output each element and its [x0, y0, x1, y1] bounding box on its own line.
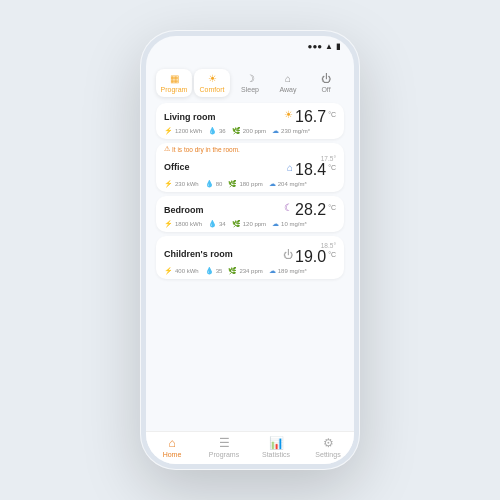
stat-icon: 🌿: [228, 180, 237, 188]
tab-sleep-label: Sleep: [241, 86, 259, 93]
tab-away[interactable]: ⌂ Away: [270, 69, 306, 97]
phone-screen: ●●● ▲ ▮ ▦ Program: [146, 36, 354, 464]
temp-unit: °C: [328, 204, 336, 211]
stat-value: 1800 kWh: [175, 221, 202, 227]
status-icons: ●●● ▲ ▮: [308, 42, 340, 51]
room-temp: ⌂ 18.4 °C: [287, 162, 336, 178]
stat-icon: 💧: [205, 180, 214, 188]
room-stat: 🌿 180 ppm: [228, 180, 262, 188]
stat-icon: ☁: [269, 180, 276, 188]
temp-unit: °C: [328, 111, 336, 118]
nav-item-statistics[interactable]: 📊 Statistics: [250, 436, 302, 458]
room-stats: ⚡ 400 kWh 💧 35 🌿 234 ppm ☁ 189 mg/m³: [164, 267, 336, 275]
room-stat: 🌿 234 ppm: [228, 267, 262, 275]
tab-off[interactable]: ⏻ Off: [308, 69, 344, 97]
room-card-children's-room[interactable]: Children's room 18.5° ⏻ 19.0 °C ⚡ 400 kW…: [156, 236, 344, 279]
battery-icon: ▮: [336, 42, 340, 51]
room-alert: ⚠ It is too dry in the room.: [164, 145, 336, 155]
tab-comfort-label: Comfort: [200, 86, 225, 93]
stat-icon: 💧: [208, 127, 217, 135]
temp-mode-icon: ⏻: [283, 249, 293, 260]
stat-value: 200 ppm: [243, 128, 266, 134]
room-stat: ⚡ 1200 kWh: [164, 127, 202, 135]
statistics-nav-icon: 📊: [269, 436, 284, 450]
room-stat: ☁ 204 mg/m³: [269, 180, 307, 188]
alert-icon: ⚠: [164, 145, 170, 153]
temp-mode-icon: ⌂: [287, 162, 293, 173]
stat-value: 1200 kWh: [175, 128, 202, 134]
room-temp: ⏻ 19.0 °C: [283, 249, 336, 265]
tab-away-label: Away: [280, 86, 297, 93]
room-name: Living room: [164, 112, 216, 122]
stat-value: 400 kWh: [175, 268, 199, 274]
phone-frame: ●●● ▲ ▮ ▦ Program: [140, 30, 360, 470]
room-temp: ☀ 16.7 °C: [284, 109, 336, 125]
stat-icon: ⚡: [164, 180, 173, 188]
mode-tabs: ▦ Program ☀ Comfort ☽ Sleep ⌂ Away ⏻ Off: [146, 67, 354, 101]
room-stats: ⚡ 1200 kWh 💧 36 🌿 200 ppm ☁ 230 mg/m³: [164, 127, 336, 135]
tab-sleep[interactable]: ☽ Sleep: [232, 69, 268, 97]
room-card-office[interactable]: ⚠ It is too dry in the room. Office 17.5…: [156, 143, 344, 192]
temp-unit: °C: [328, 251, 336, 258]
room-stat: ☁ 10 mg/m³: [272, 220, 306, 228]
nav-item-home[interactable]: ⌂ Home: [146, 436, 198, 458]
stat-icon: ⚡: [164, 267, 173, 275]
room-stat: ⚡ 1800 kWh: [164, 220, 202, 228]
stat-icon: ☁: [269, 267, 276, 275]
stat-value: 234 ppm: [239, 268, 262, 274]
programs-nav-icon: ☰: [219, 436, 230, 450]
sleep-icon: ☽: [246, 73, 255, 84]
stat-icon: 🌿: [228, 267, 237, 275]
room-stat: ☁ 230 mg/m³: [272, 127, 310, 135]
tab-comfort[interactable]: ☀ Comfort: [194, 69, 230, 97]
wifi-icon: ▲: [325, 42, 333, 51]
home-nav-icon: ⌂: [168, 436, 175, 450]
stat-value: 34: [219, 221, 226, 227]
temp-value: 19.0: [295, 249, 326, 265]
stat-icon: ⚡: [164, 127, 173, 135]
room-name: Children's room: [164, 249, 233, 259]
stat-value: 204 mg/m³: [278, 181, 307, 187]
off-icon: ⏻: [321, 73, 331, 84]
nav-item-programs[interactable]: ☰ Programs: [198, 436, 250, 458]
stat-value: 120 ppm: [243, 221, 266, 227]
stat-value: 36: [219, 128, 226, 134]
room-name: Office: [164, 162, 190, 172]
room-temp: ☾ 28.2 °C: [284, 202, 336, 218]
stat-icon: 🌿: [232, 127, 241, 135]
stat-icon: ⚡: [164, 220, 173, 228]
room-stat: ⚡ 400 kWh: [164, 267, 199, 275]
stat-icon: ☁: [272, 220, 279, 228]
room-stats: ⚡ 230 kWh 💧 80 🌿 180 ppm ☁ 204 mg/m³: [164, 180, 336, 188]
tab-program-label: Program: [161, 86, 188, 93]
stat-value: 189 mg/m³: [278, 268, 307, 274]
stat-value: 10 mg/m³: [281, 221, 306, 227]
temp-value: 28.2: [295, 202, 326, 218]
away-icon: ⌂: [285, 73, 291, 84]
stat-value: 230 mg/m³: [281, 128, 310, 134]
settings-nav-icon: ⚙: [323, 436, 334, 450]
tab-program[interactable]: ▦ Program: [156, 69, 192, 97]
stat-icon: ☁: [272, 127, 279, 135]
stat-value: 80: [216, 181, 223, 187]
signal-icon: ●●●: [308, 42, 323, 51]
stat-icon: 🌿: [232, 220, 241, 228]
room-card-living-room[interactable]: Living room ☀ 16.7 °C ⚡ 1200 kWh 💧 36 🌿 …: [156, 103, 344, 139]
comfort-icon: ☀: [208, 73, 217, 84]
room-card-bedroom[interactable]: Bedroom ☾ 28.2 °C ⚡ 1800 kWh 💧 34 🌿 120 …: [156, 196, 344, 232]
home-nav-label: Home: [163, 451, 182, 458]
program-icon: ▦: [170, 73, 179, 84]
room-list: Living room ☀ 16.7 °C ⚡ 1200 kWh 💧 36 🌿 …: [146, 101, 354, 431]
stat-icon: 💧: [208, 220, 217, 228]
room-stat: 💧 35: [205, 267, 223, 275]
room-stat: 💧 80: [205, 180, 223, 188]
nav-item-settings[interactable]: ⚙ Settings: [302, 436, 354, 458]
stat-value: 35: [216, 268, 223, 274]
room-name: Bedroom: [164, 205, 204, 215]
settings-nav-label: Settings: [315, 451, 340, 458]
status-bar: ●●● ▲ ▮: [146, 36, 354, 53]
programs-nav-label: Programs: [209, 451, 239, 458]
temp-value: 18.4: [295, 162, 326, 178]
temp-value: 16.7: [295, 109, 326, 125]
tab-off-label: Off: [321, 86, 330, 93]
